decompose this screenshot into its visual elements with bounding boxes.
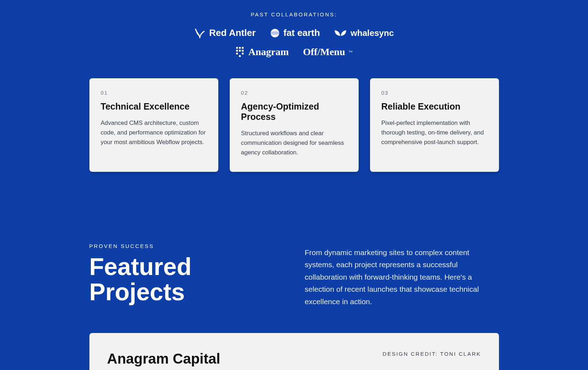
- grid-icon: [235, 46, 245, 58]
- card-agency-process: 02 Agency-Optimized Process Structured w…: [230, 78, 359, 172]
- trademark-icon: ™: [349, 50, 353, 54]
- card-title: Technical Excellence: [101, 101, 207, 112]
- logo-text: Anagram: [248, 46, 289, 58]
- svg-point-1: [271, 31, 279, 35]
- logo-text: Off/Menu: [303, 46, 345, 58]
- value-cards-grid: 01 Technical Excellence Advanced CMS arc…: [89, 78, 499, 172]
- logo-text: Red Antler: [209, 27, 256, 38]
- card-description: Pixel-perfect implementation with thorou…: [381, 118, 488, 147]
- logo-whalesync: whalesync: [334, 28, 394, 38]
- svg-rect-10: [239, 55, 241, 57]
- card-title: Agency-Optimized Process: [241, 101, 347, 122]
- svg-rect-8: [236, 53, 238, 54]
- svg-rect-7: [242, 50, 244, 52]
- past-collaborations-label: PAST COLLABORATIONS:: [89, 0, 499, 17]
- featured-description: From dynamic marketing sites to complex …: [305, 243, 499, 308]
- svg-rect-4: [242, 47, 244, 49]
- project-header: Anagram Capital DESIGN CREDIT: TONI CLAR…: [107, 351, 481, 367]
- logo-offmenu: Off/Menu™: [303, 46, 353, 58]
- svg-rect-2: [236, 47, 238, 49]
- logo-red-antler: Red Antler: [194, 27, 256, 38]
- featured-title: Featured Projects: [89, 254, 283, 305]
- project-title: Anagram Capital: [107, 351, 220, 367]
- card-number: 03: [381, 90, 488, 96]
- card-technical-excellence: 01 Technical Excellence Advanced CMS arc…: [89, 78, 218, 172]
- card-description: Advanced CMS architecture, custom code, …: [101, 118, 207, 147]
- card-title: Reliable Execution: [381, 101, 488, 112]
- globe-icon: [270, 28, 280, 38]
- card-description: Structured workflows and clear communica…: [241, 128, 347, 158]
- card-reliable-execution: 03 Reliable Execution Pixel-perfect impl…: [370, 78, 499, 172]
- svg-rect-9: [242, 53, 244, 54]
- logo-fat-earth: fat earth: [270, 27, 320, 38]
- logo-row-2: Anagram Off/Menu™: [89, 46, 499, 58]
- design-credit: DESIGN CREDIT: TONI CLARK: [383, 351, 481, 357]
- svg-rect-5: [236, 50, 238, 52]
- logo-anagram: Anagram: [235, 46, 289, 58]
- antler-icon: [194, 28, 205, 38]
- project-card-anagram: Anagram Capital DESIGN CREDIT: TONI CLAR…: [89, 333, 499, 370]
- featured-eyebrow: PROVEN SUCCESS: [89, 243, 283, 249]
- featured-section-header: PROVEN SUCCESS Featured Projects From dy…: [89, 243, 499, 308]
- card-number: 02: [241, 90, 347, 96]
- logo-row-1: Red Antler fat earth whalesync: [89, 27, 499, 38]
- svg-rect-6: [239, 50, 241, 52]
- card-number: 01: [101, 90, 207, 96]
- logo-text: fat earth: [283, 27, 320, 38]
- leaves-icon: [334, 29, 347, 37]
- featured-heading-block: PROVEN SUCCESS Featured Projects: [89, 243, 283, 305]
- svg-rect-3: [239, 47, 241, 49]
- logo-text: whalesync: [350, 28, 394, 38]
